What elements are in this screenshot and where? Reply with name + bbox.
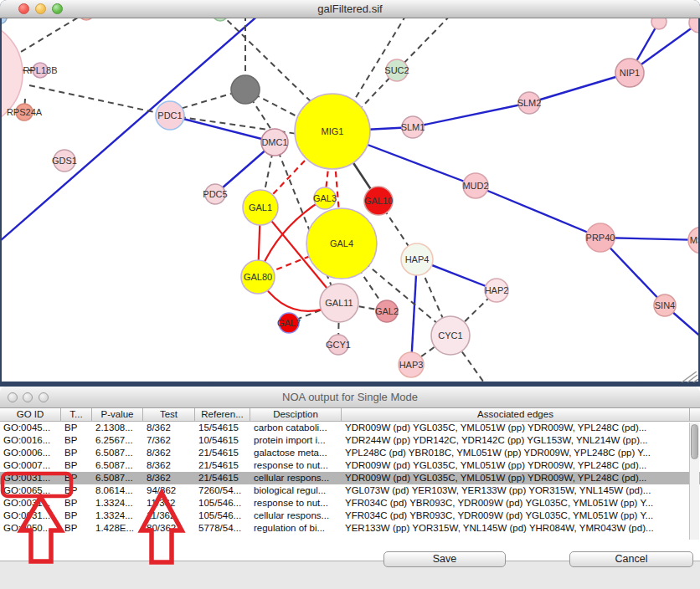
column-header-ref[interactable]: Referen... [195, 408, 250, 421]
cell-desc[interactable]: carbon cataboli... [250, 422, 342, 434]
edge[interactable] [29, 85, 170, 115]
cell-pvalue[interactable]: 6.2567... [92, 434, 143, 447]
cell-ref[interactable]: 21/54615 [195, 447, 250, 459]
cell-type[interactable]: BP [61, 497, 92, 510]
edge[interactable] [476, 186, 600, 238]
cell-edges[interactable]: YDR009W (pd) YGL035C, YML051W (pp) YDR00… [342, 459, 690, 472]
edge[interactable] [2, 18, 260, 241]
cell-type[interactable]: BP [61, 422, 92, 434]
cell-ref[interactable]: 105/546... [195, 497, 250, 510]
cell-edges[interactable]: YDR244W (pp) YDR142C, YDR142C (pp) YGL15… [342, 434, 690, 447]
cell-pvalue[interactable]: 1.3324... [92, 497, 143, 510]
cell-pvalue[interactable]: 8.0614... [92, 484, 143, 497]
cell-go[interactable]: GO:0016... [0, 434, 61, 447]
cell-desc[interactable]: cellular respons... [250, 472, 342, 484]
edge[interactable] [413, 103, 529, 127]
save-button[interactable]: Save [383, 551, 506, 567]
table-row-selected[interactable]: GO:0031...BP6.5087...8/36221/54615cellul… [0, 472, 700, 484]
cell-ref[interactable]: 21/54615 [195, 459, 250, 472]
cell-type[interactable]: BP [61, 484, 92, 497]
cell-desc[interactable]: galactose meta... [250, 447, 342, 459]
cell-go[interactable]: GO:0007... [0, 459, 61, 472]
table-row[interactable]: GO:0031...BP1.3324...11/362105/546...cel… [0, 510, 700, 522]
table-row[interactable]: GO:0007...BP6.5087...8/36221/54615respon… [0, 459, 700, 472]
cell-edges[interactable]: YDR009W (pd) YGL035C, YML051W (pp) YDR00… [342, 422, 690, 434]
cell-test[interactable]: 8/362 [143, 447, 195, 459]
column-header-edges[interactable]: Associated edges [342, 408, 690, 421]
column-header-desc[interactable]: Desciption [250, 408, 342, 421]
cell-edges[interactable]: YER133W (pp) YOR315W, YNL145W (pd) YHR08… [342, 522, 690, 535]
cell-go[interactable]: GO:0006... [0, 447, 61, 459]
cell-go[interactable]: GO:0045... [0, 422, 61, 434]
table-row[interactable]: GO:0006...BP6.5087...8/36221/54615galact… [0, 447, 700, 459]
cell-test[interactable]: 11/362 [143, 510, 195, 522]
edge[interactable] [397, 18, 455, 70]
node-cut-pink-2[interactable] [651, 18, 667, 29]
node-cut-blue[interactable] [2, 18, 7, 23]
column-header-go[interactable]: GO ID [0, 408, 61, 421]
cell-edges[interactable]: YFR034C (pd) YBR093C, YDR009W (pd) YGL03… [342, 510, 690, 522]
cell-pvalue[interactable]: 1.428E... [92, 522, 143, 535]
cell-pvalue[interactable]: 6.5087... [92, 447, 143, 459]
edge[interactable] [529, 73, 630, 103]
table-row[interactable]: GO:0050...BP1.428E...80/3625778/54...reg… [0, 522, 700, 535]
cell-type[interactable]: BP [61, 434, 92, 447]
cell-pvalue[interactable]: 6.5087... [92, 459, 143, 472]
cell-pvalue[interactable]: 6.5087... [92, 472, 143, 484]
node-cut-green[interactable] [213, 18, 228, 21]
cell-go[interactable]: GO:0031... [0, 497, 61, 510]
noa-titlebar[interactable]: NOA output for Single Mode [0, 387, 700, 408]
cell-edges[interactable]: YPL248C (pd) YBR018C, YML051W (pp) YDR00… [342, 447, 690, 459]
cell-edges[interactable]: YFR034C (pd) YBR093C, YDR009W (pd) YGL03… [342, 497, 690, 510]
cell-desc[interactable]: cellular respons... [250, 510, 342, 522]
vertical-scrollbar[interactable] [689, 423, 699, 540]
cell-desc[interactable]: response to nut... [250, 497, 342, 510]
cell-test[interactable]: 94/362 [143, 484, 195, 497]
cell-edges[interactable]: YDR009W (pd) YGL035C, YML051W (pp) YDR00… [342, 472, 690, 484]
cell-type[interactable]: BP [61, 472, 92, 484]
cell-desc[interactable]: biological regul... [250, 484, 342, 497]
cell-desc[interactable]: protein import i... [250, 434, 342, 447]
column-header-type[interactable]: T... [61, 408, 92, 421]
cell-test[interactable]: 8/362 [143, 459, 195, 472]
cancel-button[interactable]: Cancel [569, 551, 693, 567]
cell-type[interactable]: BP [61, 447, 92, 459]
cell-ref[interactable]: 10/54615 [195, 434, 250, 447]
cell-ref[interactable]: 15/54615 [195, 422, 250, 434]
cell-ref[interactable]: 105/546... [195, 510, 250, 522]
cell-edges[interactable]: YGL073W (pd) YER103W, YER133W (pp) YOR31… [342, 484, 690, 497]
cell-go[interactable]: GO:0031... [0, 472, 61, 484]
cell-ref[interactable]: 7260/54... [195, 484, 250, 497]
cell-go[interactable]: GO:0031... [0, 510, 61, 522]
network-canvas[interactable]: RPL18BRPS24AGDS1PDC1PDC5MIG1DMC1SUC2SLM1… [2, 18, 698, 382]
node-gray-node[interactable] [231, 75, 260, 104]
cell-desc[interactable]: regulation of bi... [250, 522, 342, 535]
cell-test[interactable]: 7/362 [143, 434, 195, 447]
table-row[interactable]: GO:0045...BP2.1308...8/36215/54615carbon… [0, 422, 700, 434]
cell-test[interactable]: 8/362 [143, 472, 195, 484]
table-row[interactable]: GO:0016...BP6.2567...7/36210/54615protei… [0, 434, 700, 447]
cell-type[interactable]: BP [61, 510, 92, 522]
column-header-pvalue[interactable]: P-value [92, 408, 143, 421]
edge[interactable] [21, 18, 86, 52]
cell-go[interactable]: GO:0050... [0, 522, 61, 535]
edge[interactable] [170, 115, 275, 142]
scrollbar-thumb[interactable] [691, 424, 698, 459]
node-cut-pink-1[interactable] [79, 18, 94, 20]
cell-type[interactable]: BP [61, 522, 92, 535]
cell-pvalue[interactable]: 1.3324... [92, 510, 143, 522]
cell-type[interactable]: BP [61, 459, 92, 472]
table-row[interactable]: GO:0065...BP8.0614...94/3627260/54...bio… [0, 484, 700, 497]
table-row[interactable]: GO:0031...BP1.3324...11/362105/546...res… [0, 497, 700, 510]
cell-test[interactable]: 8/362 [143, 422, 195, 434]
cell-ref[interactable]: 21/54615 [195, 472, 250, 484]
cell-test[interactable]: 11/362 [143, 497, 195, 510]
cell-desc[interactable]: response to nut... [250, 459, 342, 472]
network-titlebar[interactable]: galFiltered.sif [0, 0, 700, 18]
column-header-test[interactable]: Test [143, 408, 195, 421]
cell-go[interactable]: GO:0065... [0, 484, 61, 497]
cell-pvalue[interactable]: 2.1308... [92, 422, 143, 434]
node-cut-pink-3[interactable] [689, 18, 698, 33]
cell-test[interactable]: 80/362 [143, 522, 195, 535]
cell-ref[interactable]: 5778/54... [195, 522, 250, 535]
